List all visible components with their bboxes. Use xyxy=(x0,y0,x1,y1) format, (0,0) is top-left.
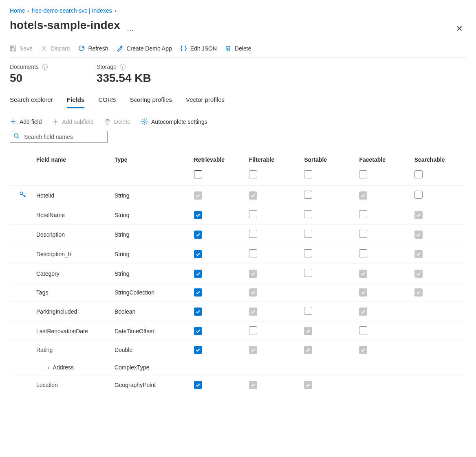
checkbox-disabled xyxy=(414,211,423,219)
table-row[interactable]: DescriptionString xyxy=(10,225,466,244)
tab-search-explorer[interactable]: Search explorer xyxy=(10,94,53,108)
checkbox-checked[interactable] xyxy=(194,231,202,239)
svg-point-2 xyxy=(143,121,145,122)
checkbox-checked[interactable] xyxy=(194,308,202,316)
checkbox-checked[interactable] xyxy=(194,381,202,389)
checkbox[interactable] xyxy=(359,210,367,218)
checkbox-disabled xyxy=(414,250,423,258)
checkbox-checked[interactable] xyxy=(194,288,202,297)
refresh-icon xyxy=(78,45,85,52)
checkbox[interactable] xyxy=(359,230,367,238)
svg-rect-1 xyxy=(11,49,15,51)
checkbox-checked[interactable] xyxy=(194,250,202,258)
field-type: StringCollection xyxy=(115,289,154,296)
key-icon xyxy=(19,193,26,200)
chevron-right-icon: › xyxy=(115,7,117,14)
checkbox[interactable] xyxy=(304,191,312,199)
autocomplete-settings-button[interactable]: Autocomplete settings xyxy=(141,118,207,125)
tab-cors[interactable]: CORS xyxy=(98,94,116,108)
checkbox-checked[interactable] xyxy=(194,270,202,278)
checkbox[interactable] xyxy=(359,326,367,334)
col-filterable: Filterable xyxy=(246,152,301,169)
retrievable-all-checkbox[interactable] xyxy=(194,170,202,178)
checkbox[interactable] xyxy=(249,326,257,334)
checkbox[interactable] xyxy=(304,307,312,315)
delete-button[interactable]: Delete xyxy=(225,45,251,52)
checkbox-checked[interactable] xyxy=(194,346,202,354)
page-title: hotels-sample-index xyxy=(10,19,120,32)
checkbox-checked[interactable] xyxy=(194,327,202,335)
checkbox[interactable] xyxy=(304,210,312,218)
documents-stat: Documents i 50 xyxy=(10,64,48,85)
field-type: GeographyPoint xyxy=(115,382,156,388)
table-row[interactable]: TagsStringCollection xyxy=(10,283,466,302)
checkbox-disabled xyxy=(194,191,202,200)
plus-icon xyxy=(52,119,59,125)
fields-table: Field name Type Retrievable Filterable S… xyxy=(10,152,466,394)
breadcrumb-mid[interactable]: free-demo-search-svc | Indexes xyxy=(32,7,112,14)
field-type: DateTimeOffset xyxy=(115,328,154,334)
more-actions-button[interactable]: … xyxy=(127,24,135,33)
add-field-button[interactable]: Add field xyxy=(10,119,42,125)
close-button[interactable]: ✕ xyxy=(453,20,466,37)
field-name: Rating xyxy=(36,347,53,353)
table-row[interactable]: ParkingIncludedBoolean xyxy=(10,302,466,321)
checkbox[interactable] xyxy=(304,269,312,277)
table-row[interactable]: RatingDouble xyxy=(10,341,466,359)
checkbox[interactable] xyxy=(249,249,257,257)
facetable-all-checkbox[interactable] xyxy=(359,170,367,178)
table-row[interactable]: HotelIdString xyxy=(10,186,466,205)
create-demo-app-button[interactable]: Create Demo App xyxy=(116,45,172,52)
tab-scoring-profiles[interactable]: Scoring profiles xyxy=(130,94,172,108)
add-subfield-button: Add subfield xyxy=(52,119,93,125)
col-searchable: Searchable xyxy=(411,152,466,169)
filterable-all-checkbox[interactable] xyxy=(249,170,257,178)
field-name: Address xyxy=(53,364,74,371)
info-icon[interactable]: i xyxy=(42,64,48,70)
sortable-all-checkbox[interactable] xyxy=(304,170,312,178)
checkbox-disabled xyxy=(359,288,367,297)
checkbox[interactable] xyxy=(414,191,423,199)
table-row[interactable]: ›AddressComplexType xyxy=(10,359,466,376)
search-field-names[interactable] xyxy=(10,131,108,143)
tab-fields[interactable]: Fields xyxy=(67,94,84,108)
save-button: Save xyxy=(10,45,33,52)
checkbox[interactable] xyxy=(359,249,367,257)
field-type: Boolean xyxy=(115,308,135,315)
trash-icon xyxy=(225,45,231,52)
field-type: String xyxy=(115,270,130,277)
breadcrumb-home[interactable]: Home xyxy=(10,7,25,14)
checkbox[interactable] xyxy=(304,230,312,238)
table-row[interactable]: Description_frString xyxy=(10,244,466,264)
tab-vector-profiles[interactable]: Vector profiles xyxy=(186,94,225,108)
checkbox-disabled xyxy=(359,308,367,316)
col-field-name: Field name xyxy=(36,152,111,169)
table-row[interactable]: CategoryString xyxy=(10,264,466,283)
trash-icon xyxy=(104,119,111,125)
checkbox[interactable] xyxy=(304,249,312,257)
table-row[interactable]: HotelNameString xyxy=(10,205,466,225)
col-retrievable: Retrievable xyxy=(191,152,246,169)
search-input[interactable] xyxy=(23,133,104,141)
col-sortable: Sortable xyxy=(301,152,356,169)
checkbox-disabled xyxy=(304,381,312,389)
checkbox-checked[interactable] xyxy=(194,211,202,219)
checkbox[interactable] xyxy=(249,210,257,218)
command-bar: Save Discard Refresh Create Demo App Edi… xyxy=(10,42,466,58)
refresh-button[interactable]: Refresh xyxy=(78,45,108,52)
checkbox-disabled xyxy=(359,270,367,278)
checkbox[interactable] xyxy=(249,230,257,238)
storage-value: 335.54 KB xyxy=(97,72,151,85)
edit-json-button[interactable]: Edit JSON xyxy=(180,45,217,52)
checkbox-disabled xyxy=(414,231,423,239)
discard-button: Discard xyxy=(41,45,70,52)
field-type: String xyxy=(115,212,130,218)
field-name: HotelId xyxy=(36,192,54,199)
searchable-all-checkbox[interactable] xyxy=(414,170,423,178)
gear-icon xyxy=(141,118,148,125)
chevron-right-icon[interactable]: › xyxy=(48,364,50,371)
table-row[interactable]: LocationGeographyPoint xyxy=(10,376,466,394)
table-row[interactable]: LastRenovationDateDateTimeOffset xyxy=(10,321,466,341)
field-name: Description xyxy=(36,231,65,238)
info-icon[interactable]: i xyxy=(120,64,126,70)
